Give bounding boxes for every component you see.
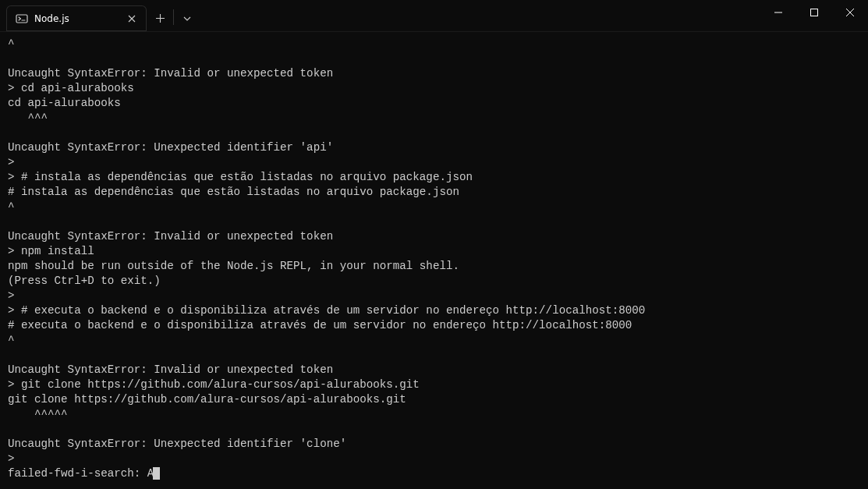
terminal-line: cd api-alurabooks xyxy=(8,96,860,111)
terminal-line: > cd api-alurabooks xyxy=(8,81,860,96)
terminal-line: > xyxy=(8,155,860,170)
terminal-line: Uncaught SyntaxError: Unexpected identif… xyxy=(8,140,860,155)
terminal-line xyxy=(8,348,860,363)
tab-title: Node.js xyxy=(34,13,95,24)
terminal-line xyxy=(8,422,860,437)
minimize-button[interactable] xyxy=(760,0,796,25)
terminal-line: # executa o backend e o disponibiliza at… xyxy=(8,318,860,333)
terminal-line: Uncaught SyntaxError: Invalid or unexpec… xyxy=(8,66,860,81)
close-button[interactable] xyxy=(832,0,868,25)
terminal-line: ^ xyxy=(8,333,860,348)
terminal-line xyxy=(8,51,860,66)
svg-rect-0 xyxy=(16,15,27,23)
terminal-output[interactable]: ^ Uncaught SyntaxError: Invalid or unexp… xyxy=(0,32,868,489)
terminal-line: (Press Ctrl+D to exit.) xyxy=(8,274,860,289)
window-controls xyxy=(760,0,868,31)
terminal-line: # instala as dependências que estão list… xyxy=(8,185,860,200)
terminal-line: ^^^ xyxy=(8,111,860,126)
new-tab-button[interactable] xyxy=(147,5,173,31)
tab-dropdown-button[interactable] xyxy=(174,5,200,31)
terminal-line: Uncaught SyntaxError: Invalid or unexpec… xyxy=(8,229,860,244)
terminal-line: npm should be run outside of the Node.js… xyxy=(8,259,860,274)
maximize-button[interactable] xyxy=(796,0,832,25)
terminal-line: Uncaught SyntaxError: Invalid or unexpec… xyxy=(8,363,860,377)
titlebar-drag-area[interactable] xyxy=(200,0,760,31)
terminal-line: > # executa o backend e o disponibiliza … xyxy=(8,303,860,318)
terminal-line: ^^^^^ xyxy=(8,407,860,422)
terminal-line: git clone https://github.com/alura-curso… xyxy=(8,392,860,407)
terminal-line: > npm install xyxy=(8,244,860,259)
terminal-line: > xyxy=(8,289,860,303)
cursor xyxy=(153,467,160,480)
terminal-line: ^ xyxy=(8,200,860,214)
terminal-line: > git clone https://github.com/alura-cur… xyxy=(8,377,860,392)
terminal-line xyxy=(8,214,860,229)
svg-rect-1 xyxy=(811,9,818,16)
terminal-window: Node.js ^ Uncaug xyxy=(0,0,868,489)
terminal-line: Uncaught SyntaxError: Unexpected identif… xyxy=(8,437,860,452)
terminal-line: > xyxy=(8,452,860,466)
terminal-line xyxy=(8,126,860,140)
tab-close-button[interactable] xyxy=(125,12,139,26)
titlebar: Node.js xyxy=(0,0,868,32)
terminal-line: failed-fwd-i-search: A xyxy=(8,466,860,481)
tabs-area: Node.js xyxy=(0,0,200,31)
tab-nodejs[interactable]: Node.js xyxy=(6,5,147,31)
terminal-line: ^ xyxy=(8,37,860,51)
terminal-line: > # instala as dependências que estão li… xyxy=(8,170,860,185)
nodejs-icon xyxy=(16,12,28,25)
